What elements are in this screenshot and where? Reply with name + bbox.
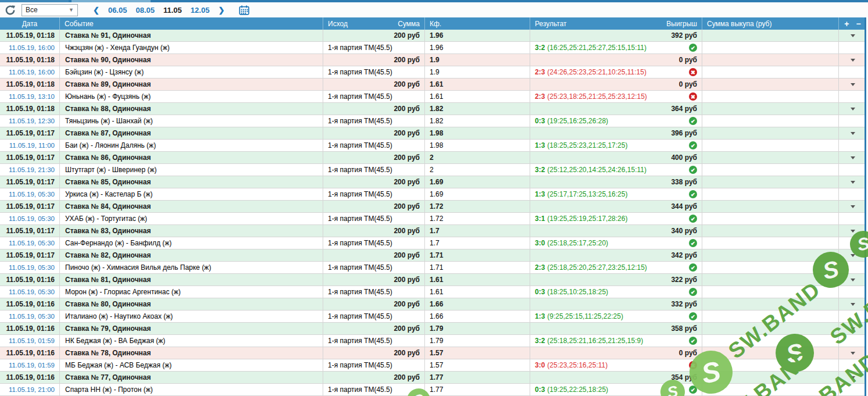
event-time-link[interactable]: 11.05.19, 01:59: [0, 335, 60, 347]
prev-dates-button[interactable]: ❮: [93, 6, 99, 15]
bet-stake: 200 руб: [323, 372, 425, 383]
event-score: 3:0: [535, 239, 545, 247]
top-tab-fragment-left[interactable]: [0, 0, 69, 2]
bet-expand-button[interactable]: [839, 298, 866, 310]
col-header-outcome[interactable]: Исход: [328, 20, 348, 28]
bet-odds: 1.61: [425, 79, 530, 90]
bet-expand-button[interactable]: [839, 79, 866, 90]
calendar-button[interactable]: [239, 5, 249, 15]
event-time-link[interactable]: 11.05.19, 16:00: [0, 42, 60, 53]
event-market: 1-я партия ТМ(45.5): [323, 384, 425, 395]
event-time-link[interactable]: 11.05.19, 05:30: [0, 311, 60, 322]
chevron-down-icon: [851, 83, 855, 86]
bet-detail-row: 11.05.19, 16:00Чжэцзян (ж) - Хенда Гуанд…: [0, 42, 865, 54]
win-check-icon: ✔: [689, 44, 697, 52]
refresh-button[interactable]: [4, 4, 16, 16]
date-tab[interactable]: 11.05: [163, 6, 182, 15]
event-time-link[interactable]: 11.05.19, 16:00: [0, 66, 60, 78]
remove-column-button[interactable]: −: [856, 20, 861, 28]
event-market: 1-я партия ТМ(45.5): [323, 91, 425, 102]
buyback-cell: [702, 286, 839, 298]
col-header-date[interactable]: Дата: [0, 17, 60, 30]
col-header-result[interactable]: Результат: [535, 20, 567, 28]
bet-title: Ставка № 82, Одиночная: [60, 249, 323, 261]
chevron-down-icon: [851, 108, 855, 110]
bet-expand-button[interactable]: [839, 249, 866, 261]
event-time-link[interactable]: 11.05.19, 05:30: [0, 188, 60, 200]
event-time-link[interactable]: 11.05.19, 21:30: [0, 164, 60, 176]
col-header-event[interactable]: Событие: [60, 17, 323, 30]
event-score: 2:3: [535, 68, 545, 76]
bet-expand-button[interactable]: [839, 127, 866, 139]
bet-expand-button[interactable]: [839, 152, 866, 163]
bet-expand-button[interactable]: [839, 103, 866, 115]
row-end-cell: [839, 140, 866, 151]
bet-stake: 200 руб: [323, 127, 425, 139]
add-column-button[interactable]: +: [844, 20, 849, 28]
event-odds: 2: [425, 164, 530, 176]
chevron-down-icon: [851, 376, 855, 379]
bet-win-amount: 358 руб: [530, 323, 702, 334]
bet-summary-row: 11.05.19, 01:18Ставка № 90, Одиночная200…: [0, 54, 865, 66]
bet-expand-button[interactable]: [839, 225, 866, 237]
buyback-cell: [702, 140, 839, 151]
event-score: 0:3: [535, 386, 545, 394]
bet-expand-button[interactable]: [839, 347, 866, 359]
bet-detail-row: 11.05.19, 05:30Сан-Фернандо (ж) - Банфил…: [0, 237, 865, 249]
event-time-link[interactable]: 11.05.19, 11:00: [0, 140, 60, 151]
bet-title: Ставка № 90, Одиночная: [60, 54, 323, 66]
event-result-cell: 3:0(25:23,25:16,25:11)✖: [530, 359, 702, 371]
col-header-buyback[interactable]: Сумма выкупа (руб): [702, 17, 839, 30]
bet-expand-button[interactable]: [839, 372, 866, 383]
col-header-win[interactable]: Выигрыш: [666, 20, 697, 28]
event-set-scores: (24:26,25:23,25:21,10:25,11:15): [547, 68, 646, 76]
bet-expand-button[interactable]: [839, 176, 866, 188]
event-name: НК Беджая (ж) - ВА Беджая (ж): [60, 335, 323, 347]
event-result: 1:3(18:25,25:23,21:25,17:25): [535, 141, 627, 149]
event-score: 3:0: [535, 361, 545, 369]
bet-stake: 200 руб: [323, 249, 425, 261]
event-odds: 1.79: [425, 335, 530, 347]
chevron-down-icon: [851, 352, 855, 355]
bet-summary-row: 11.05.19, 01:17Ставка № 83, Одиночная200…: [0, 225, 865, 237]
bet-odds: 1.61: [425, 274, 530, 286]
bet-expand-button[interactable]: [839, 323, 866, 334]
event-odds: 1.98: [425, 140, 530, 151]
date-tab[interactable]: 06.05: [108, 6, 127, 15]
next-dates-button[interactable]: ❯: [218, 6, 224, 15]
event-time-link[interactable]: 11.05.19, 12:30: [0, 115, 60, 127]
event-set-scores: (25:12,25:20,14:25,24:26,15:11): [547, 166, 646, 174]
col-header-sum[interactable]: Сумма: [398, 20, 420, 28]
bet-detail-row: 11.05.19, 05:30Пиночо (ж) - Химнасия Вил…: [0, 262, 865, 274]
event-time-link[interactable]: 11.05.19, 21:00: [0, 384, 60, 395]
bet-expand-button[interactable]: [839, 30, 866, 41]
col-header-odds[interactable]: Кф.: [425, 17, 530, 30]
event-name: МБ Беджая (ж) - АСВ Беджая (ж): [60, 359, 323, 371]
bet-buyback-cell: [702, 323, 839, 334]
bet-placed-date: 11.05.19, 01:18: [0, 30, 60, 41]
bet-expand-button[interactable]: [839, 54, 866, 66]
event-time-link[interactable]: 11.05.19, 13:10: [0, 91, 60, 102]
date-tab[interactable]: 08.05: [135, 6, 155, 15]
top-tab-fragment-right[interactable]: [72, 0, 151, 2]
event-time-link[interactable]: 11.05.19, 05:30: [0, 262, 60, 273]
bet-summary-row: 11.05.19, 01:18Ставка № 88, Одиночная200…: [0, 103, 865, 115]
event-name: Баи (ж) - Ляонин Далянь (ж): [60, 140, 323, 151]
event-market: 1-я партия ТМ(45.5): [323, 164, 425, 176]
date-tab[interactable]: 12.05: [191, 6, 210, 15]
event-time-link[interactable]: 11.05.19, 05:30: [0, 237, 60, 249]
win-check-icon: ✔: [689, 190, 697, 198]
calendar-icon: [239, 5, 249, 15]
event-time-link[interactable]: 11.05.19, 01:59: [0, 359, 60, 371]
event-result-cell: 2:3(25:18,25:20,25:27,23:25,12:15)✔: [530, 262, 702, 273]
bet-placed-date: 11.05.19, 01:17: [0, 225, 60, 237]
event-set-scores: (25:18,25:17,25:20): [547, 239, 608, 247]
event-time-link[interactable]: 11.05.19, 05:30: [0, 213, 60, 224]
filter-select[interactable]: Все ▼: [22, 4, 78, 16]
buyback-cell: [702, 164, 839, 176]
event-time-link[interactable]: 11.05.19, 05:30: [0, 286, 60, 298]
bet-expand-button[interactable]: [839, 274, 866, 286]
event-result: 3:0(25:18,25:17,25:20): [535, 239, 608, 247]
bet-placed-date: 11.05.19, 01:16: [0, 323, 60, 334]
bet-expand-button[interactable]: [839, 201, 866, 212]
